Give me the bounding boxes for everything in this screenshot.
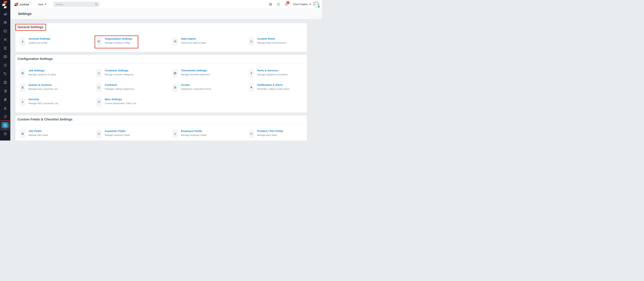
- item-inner: Timesheets Settings Manage timesheet app…: [172, 69, 210, 77]
- sidebar-item-map[interactable]: [0, 52, 10, 61]
- custom-roles-link[interactable]: Custom Roles: [257, 37, 286, 40]
- search-input[interactable]: [55, 3, 95, 6]
- new-menu-button[interactable]: New: [38, 3, 46, 6]
- customer-settings-description: Manage customer categories: [105, 73, 134, 76]
- bar-chart-icon: [4, 12, 7, 15]
- quotes-invoices-description: Manage taxes, payments, etc..: [28, 88, 59, 90]
- settings-item-custom-roles[interactable]: Custom Roles Manage Roles & Permissions: [249, 37, 322, 46]
- sidebar-item-tags[interactable]: [0, 69, 10, 78]
- assets-link[interactable]: Assets: [181, 83, 211, 86]
- settings-item-data-import[interactable]: Data Import Import your data to Zuper: [172, 37, 249, 46]
- search-icon[interactable]: [95, 3, 98, 6]
- brand-name: ZUPER: [20, 3, 29, 6]
- title-wrap: Custom Fields & Checklist Settings: [18, 117, 72, 122]
- sidebar-item-settings[interactable]: [0, 121, 10, 130]
- sidebar-item-organization[interactable]: [0, 44, 10, 52]
- settings-item-quotes-invoices[interactable]: Quotes & Invoices Manage taxes, payments…: [20, 83, 96, 92]
- notification-alerts-icon-tile: [249, 83, 254, 92]
- product-part-fields-icon-tile: [249, 129, 254, 138]
- settings-item-assets[interactable]: Assets Categories, Inspections Forms: [172, 83, 249, 92]
- settings-item-account-settings[interactable]: Account Settings Update your profile: [20, 37, 96, 46]
- sidebar-item-reports[interactable]: [0, 112, 10, 121]
- data-import-icon-tile: [172, 37, 178, 46]
- quotes-invoices-link[interactable]: Quotes & Invoices: [28, 83, 59, 86]
- sidebar-item-dashboard[interactable]: [0, 9, 10, 18]
- settings-active-button[interactable]: [2, 122, 8, 128]
- settings-item-customer-fields[interactable]: Customer Fields Manage customer's fields: [96, 129, 172, 138]
- activity-list-button[interactable]: [267, 0, 274, 8]
- topbar-actions: 0 Chris Foakes: [267, 0, 320, 8]
- search-bar: [54, 2, 100, 7]
- job-fields-link[interactable]: Job Fields: [28, 129, 48, 133]
- section-items-grid: Job Settings Manage categories & status …: [16, 64, 307, 113]
- settings-item-notification-alerts[interactable]: Notification & Alerts Reminders, delay &…: [249, 83, 322, 92]
- brand-logo[interactable]: ZUPERTM: [14, 2, 31, 6]
- user-name: Chris Foakes: [293, 3, 308, 6]
- item-inner: Customer Fields Manage customer's fields: [96, 129, 130, 138]
- misc-settings-description: Custom dashboards, Filters, etc..: [105, 102, 138, 105]
- calculator-icon: [4, 81, 7, 84]
- parts-services-link[interactable]: Parts & Services: [257, 69, 288, 72]
- product-part-fields-link[interactable]: Product / Part Fields: [257, 129, 283, 133]
- settings-item-employee-fields[interactable]: Employee Fields Manage employee's fields: [172, 129, 249, 138]
- zuper-bolt-icon: [2, 0, 8, 9]
- settings-item-job-fields[interactable]: Job Fields Manage Job's fields: [20, 129, 96, 138]
- employee-fields-link[interactable]: Employee Fields: [181, 129, 207, 133]
- contracts-icon-tile: [96, 83, 102, 92]
- sidebar-item-customers[interactable]: [0, 35, 10, 44]
- document-icon: [21, 86, 24, 89]
- settings-item-organization-settings[interactable]: Organization Settings Manage company con…: [96, 37, 172, 46]
- item-inner: Account Settings Update your profile: [20, 37, 50, 46]
- tag-icon: [4, 72, 7, 76]
- sidebar-item-help[interactable]: [0, 130, 10, 138]
- sidebar-item-estimates[interactable]: [0, 78, 10, 87]
- sidebar-item-jobs[interactable]: [0, 18, 10, 26]
- sidebar-item-timesheets[interactable]: [0, 61, 10, 69]
- settings-item-parts-services[interactable]: Parts & Services Manage categories & loc…: [249, 69, 322, 77]
- app-logo[interactable]: [0, 0, 10, 8]
- job-settings-link[interactable]: Job Settings: [28, 69, 56, 72]
- contracts-link[interactable]: Contracts: [105, 83, 134, 86]
- sidebar-nav: [0, 8, 10, 138]
- parts-services-description: Manage categories & locations: [257, 73, 288, 76]
- item-inner: Job Settings Manage categories & status: [20, 69, 56, 77]
- section-card-general-settings: General Settings Account Settings Update…: [16, 23, 307, 52]
- users-outline-icon: [4, 38, 7, 41]
- user-menu[interactable]: Chris Foakes: [293, 3, 311, 6]
- settings-item-contracts[interactable]: Contracts Packages, billing & approvers: [96, 83, 172, 92]
- settings-item-job-settings[interactable]: Job Settings Manage categories & status: [20, 69, 96, 77]
- settings-item-product-part-fields[interactable]: Product / Part Fields Manage part's fiel…: [249, 129, 322, 138]
- settings-item-customer-settings[interactable]: Customer Settings Manage customer catego…: [96, 69, 172, 77]
- sidebar-item-parts[interactable]: [0, 95, 10, 104]
- sidebar-item-calendar[interactable]: [0, 26, 10, 35]
- notification-alerts-link[interactable]: Notification & Alerts: [257, 83, 289, 86]
- gear-icon: [4, 124, 7, 127]
- tools-icon: [97, 100, 100, 104]
- chat-button[interactable]: [274, 0, 282, 8]
- item-inner: Assets Categories, Inspections Forms: [172, 83, 211, 92]
- notifications-button[interactable]: 0: [282, 0, 290, 8]
- customer-settings-link[interactable]: Customer Settings: [105, 69, 134, 72]
- account-settings-link[interactable]: Account Settings: [28, 37, 50, 40]
- avatar[interactable]: [313, 1, 320, 7]
- security-link[interactable]: Security: [28, 98, 59, 101]
- section-card-configuration-settings: Configuration Settings Job Settings Mana…: [16, 55, 307, 113]
- organization-settings-link[interactable]: Organization Settings: [105, 37, 132, 40]
- sidebar-item-users[interactable]: [0, 104, 10, 112]
- briefcase-icon: [21, 71, 24, 75]
- settings-item-timesheets-settings[interactable]: Timesheets Settings Manage timesheet app…: [172, 69, 249, 77]
- parts-services-icon-tile: [249, 69, 254, 77]
- customer-fields-link[interactable]: Customer Fields: [105, 129, 130, 133]
- data-import-link[interactable]: Data Import: [181, 37, 206, 40]
- sidebar-item-invoices[interactable]: [0, 87, 10, 95]
- data-import-description: Import your data to Zuper: [181, 41, 206, 44]
- misc-settings-link[interactable]: Misc Settings: [105, 98, 138, 101]
- users-group-icon: [174, 132, 177, 135]
- chat-icon: [277, 2, 280, 6]
- section-title-configuration-settings: Configuration Settings: [18, 57, 53, 61]
- pages-icon: [4, 89, 7, 93]
- two-users-icon: [250, 40, 253, 43]
- timesheets-settings-link[interactable]: Timesheets Settings: [181, 69, 210, 72]
- settings-item-security[interactable]: Security Manage SSO, passwords, etc..: [20, 98, 96, 106]
- settings-item-misc-settings[interactable]: Misc Settings Custom dashboards, Filters…: [96, 98, 172, 106]
